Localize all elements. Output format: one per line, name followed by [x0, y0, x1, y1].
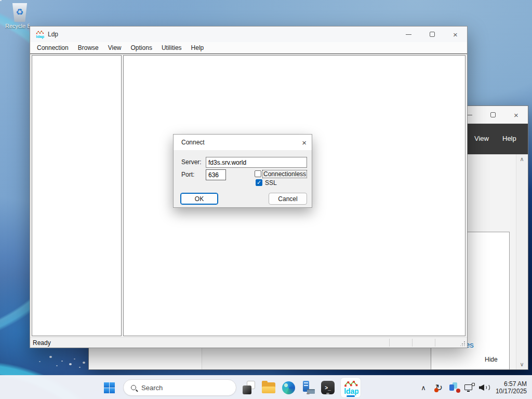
dialog-title: Connect — [181, 139, 302, 146]
port-input[interactable] — [206, 169, 226, 180]
hide-button[interactable]: Hide — [485, 356, 498, 363]
menu-options[interactable]: Options — [126, 44, 157, 51]
ldp-menubar: Connection Browse View Options Utilities… — [30, 42, 467, 54]
menu-view[interactable]: View — [474, 135, 489, 142]
menu-help[interactable]: Help — [502, 135, 516, 142]
scroll-down-icon[interactable]: ∨ — [520, 360, 524, 369]
status-text: Ready — [33, 339, 51, 347]
edge-browser-button[interactable] — [281, 380, 296, 395]
server-manager-taskbar-button[interactable] — [301, 380, 315, 395]
cancel-button[interactable]: Cancel — [269, 193, 307, 205]
ldp-window-title: Ldp — [48, 31, 58, 38]
active-indicator — [347, 395, 355, 397]
maximize-icon — [430, 32, 435, 37]
connectionless-checkbox[interactable] — [255, 170, 261, 177]
clock-time: 6:57 AM — [496, 380, 527, 388]
running-indicator — [326, 393, 329, 394]
dialog-close-icon[interactable]: × — [302, 138, 307, 147]
search-box[interactable]: Search — [123, 379, 236, 396]
ok-button[interactable]: OK — [180, 193, 218, 205]
connect-dialog: Connect × Server: Port: Connectionless S… — [173, 134, 312, 208]
recycle-bin-icon: ♻ — [11, 3, 28, 22]
server-manager-window-controls: × — [458, 106, 528, 124]
ssl-checkbox[interactable] — [256, 179, 262, 186]
terminal-taskbar-button[interactable]: >_ — [321, 380, 335, 395]
close-button[interactable]: × — [444, 26, 467, 42]
ldp-app-icon: ldap — [343, 380, 358, 395]
maximize-icon — [490, 112, 496, 117]
maximize-button[interactable] — [481, 106, 504, 124]
desktop: ♻ Recycle B × View Help es Hide ROLES AN… — [0, 0, 532, 399]
statusbar-cells — [389, 339, 458, 347]
recycle-bin-label: Recycle B — [5, 23, 30, 29]
server-input[interactable] — [206, 157, 307, 168]
volume-icon[interactable] — [479, 383, 489, 392]
ldp-statusbar: Ready — [30, 337, 467, 348]
menu-help[interactable]: Help — [187, 44, 209, 51]
ssl-label: SSL — [265, 179, 277, 187]
task-view-button[interactable] — [242, 380, 256, 395]
recycle-bin-shortcut[interactable]: ♻ Recycle B — [5, 3, 34, 29]
maximize-button[interactable] — [420, 26, 444, 42]
search-placeholder: Search — [141, 384, 163, 392]
clock[interactable]: 6:57 AM 10/17/2025 — [496, 380, 527, 395]
resize-grip[interactable] — [460, 341, 466, 346]
connectionless-label: Connectionless — [263, 170, 307, 178]
svg-text:ldap: ldap — [344, 387, 358, 395]
menu-connection[interactable]: Connection — [32, 44, 73, 51]
ldp-window-controls: × — [397, 26, 467, 42]
alert-dot — [456, 389, 460, 393]
connect-dialog-titlebar[interactable]: Connect × — [174, 135, 312, 150]
close-icon: × — [453, 31, 458, 38]
svg-text:ldap: ldap — [36, 34, 44, 39]
clock-date: 10/17/2025 — [496, 388, 527, 395]
ldp-tree-pane[interactable] — [32, 55, 122, 336]
ldp-app-icon: ldap — [35, 30, 44, 39]
menu-view[interactable]: View — [103, 44, 126, 51]
wallpaper-sparkles — [0, 0, 2, 1]
alert-dot — [434, 388, 438, 392]
search-icon — [131, 385, 136, 390]
ldp-taskbar-button[interactable]: ldap — [340, 377, 361, 398]
file-explorer-button[interactable] — [261, 380, 276, 395]
minimize-icon — [406, 34, 411, 35]
menu-utilities[interactable]: Utilities — [157, 44, 187, 51]
close-icon: × — [514, 111, 518, 119]
close-button[interactable]: × — [504, 106, 528, 124]
network-icon[interactable] — [464, 383, 475, 392]
start-button[interactable] — [104, 382, 115, 393]
scrollbar[interactable]: ∧ ∨ — [516, 154, 527, 369]
tray-chevron-icon[interactable]: ∧ — [418, 382, 429, 393]
minimize-button[interactable] — [397, 26, 420, 42]
edge-icon — [282, 381, 295, 394]
scroll-up-icon[interactable]: ∧ — [520, 154, 524, 164]
server-manager-tray-icon[interactable] — [449, 382, 460, 393]
port-label: Port: — [181, 171, 194, 178]
file-explorer-icon — [262, 382, 275, 393]
menu-browse[interactable]: Browse — [73, 44, 103, 51]
server-label: Server: — [181, 158, 202, 166]
update-pending-icon[interactable]: ↻ — [433, 382, 445, 393]
taskbar: Search >_ — [0, 375, 532, 399]
running-indicator — [307, 393, 310, 394]
ldp-titlebar[interactable]: ldap Ldp × — [30, 26, 467, 42]
